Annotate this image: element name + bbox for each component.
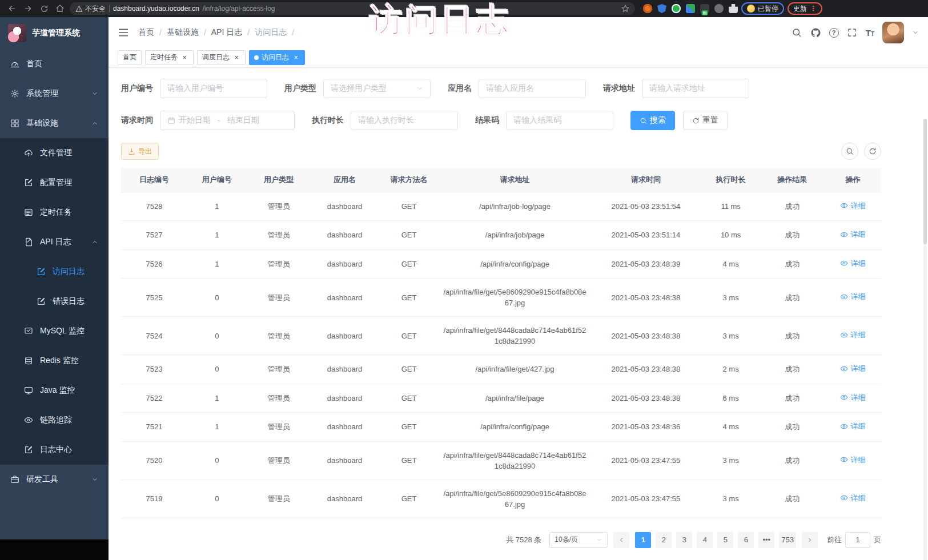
close-icon[interactable]: × xyxy=(292,54,300,62)
fullscreen-icon[interactable] xyxy=(847,27,858,38)
refresh-icon xyxy=(869,147,877,155)
user-id-input[interactable]: 请输入用户编号 xyxy=(160,79,267,98)
sidebar-item-log-center[interactable]: 日志中心 xyxy=(0,435,109,465)
duration-input[interactable]: 请输入执行时长 xyxy=(351,111,458,130)
page-button[interactable]: 1 xyxy=(635,532,651,548)
toggle-search-button[interactable] xyxy=(841,143,858,160)
scrollbar[interactable] xyxy=(923,119,927,560)
prev-page-button[interactable] xyxy=(613,532,629,548)
paused-label: 已暂停 xyxy=(758,4,778,14)
reload-icon[interactable] xyxy=(38,2,50,15)
detail-link[interactable]: 详细 xyxy=(840,200,865,211)
sidebar-item-api-log[interactable]: API 日志 xyxy=(0,227,109,257)
tab[interactable]: 定时任务 × xyxy=(145,50,194,65)
sidebar-item-infra[interactable]: 基础设施 xyxy=(0,108,109,138)
forward-icon[interactable] xyxy=(22,2,34,15)
extension-icon-misc[interactable] xyxy=(714,4,724,13)
chevron-down-icon xyxy=(416,85,423,92)
sidebar-item-config-manage[interactable]: 配置管理 xyxy=(0,168,109,198)
request-url-input[interactable]: 请输入请求地址 xyxy=(642,79,749,98)
request-time-range-picker[interactable]: 开始日期 - 结束日期 xyxy=(160,111,295,130)
page-button[interactable]: 4 xyxy=(697,532,713,548)
sidebar-item-redis-monitor[interactable]: Redis 监控 xyxy=(0,346,109,376)
page-button[interactable]: 6 xyxy=(738,532,754,548)
breadcrumb-item[interactable]: 首页 xyxy=(138,27,154,38)
cell-app-name: dashboard xyxy=(311,384,379,413)
page-button[interactable]: 753 xyxy=(779,532,796,548)
scrollbar-thumb[interactable] xyxy=(923,119,927,244)
database-icon xyxy=(24,356,33,365)
extension-icon-orange[interactable] xyxy=(643,4,652,13)
detail-link[interactable]: 详细 xyxy=(840,493,865,503)
browser-update-button[interactable]: 更新 ⋮ xyxy=(788,2,822,15)
browser-menu-icon[interactable]: ⋮ xyxy=(810,5,817,13)
tab[interactable]: 首页 × xyxy=(118,50,142,65)
cell-duration: 6 ms xyxy=(702,384,760,413)
export-button[interactable]: 导出 xyxy=(121,143,159,160)
detail-link[interactable]: 详细 xyxy=(840,258,865,269)
result-code-input[interactable]: 请输入结果码 xyxy=(506,111,613,130)
sidebar-item-access-log[interactable]: 访问日志 xyxy=(0,257,109,287)
detail-link[interactable]: 详细 xyxy=(840,421,865,432)
detail-link[interactable]: 详细 xyxy=(840,229,865,240)
breadcrumb-item[interactable]: 访问日志 xyxy=(255,27,287,38)
breadcrumb-item[interactable]: 基础设施 xyxy=(167,27,199,38)
reset-button[interactable]: 重置 xyxy=(683,111,728,130)
font-size-icon[interactable]: TT xyxy=(866,28,874,38)
detail-link[interactable]: 详细 xyxy=(840,329,865,340)
sidebar-item-java-monitor[interactable]: Java 监控 xyxy=(0,376,109,405)
detail-link[interactable]: 详细 xyxy=(840,454,865,465)
home-icon[interactable] xyxy=(54,2,66,15)
page-size-select[interactable]: 10条/页 xyxy=(549,532,608,548)
hamburger-icon[interactable] xyxy=(118,27,129,38)
page-button[interactable]: ••• xyxy=(758,532,774,548)
jump-page-input[interactable] xyxy=(845,532,870,548)
user-avatar[interactable] xyxy=(882,22,904,43)
cell-request-time: 2021-05-03 23:48:39 xyxy=(590,249,701,279)
bookmark-star-icon[interactable] xyxy=(621,5,629,13)
tab[interactable]: 访问日志 × xyxy=(249,50,305,65)
back-icon[interactable] xyxy=(6,2,18,15)
close-icon[interactable]: × xyxy=(232,54,240,62)
page-button[interactable]: 3 xyxy=(676,532,692,548)
sidebar-item-trace[interactable]: 链路追踪 xyxy=(0,405,109,435)
detail-link[interactable]: 详细 xyxy=(840,392,865,403)
profile-paused-pill[interactable]: 已暂停 xyxy=(741,2,784,15)
page-button[interactable]: 2 xyxy=(656,532,672,548)
sidebar-item-file-manage[interactable]: 文件管理 xyxy=(0,138,109,168)
close-icon[interactable]: × xyxy=(180,54,188,62)
extension-icon-shield[interactable] xyxy=(657,4,666,13)
sidebar-item-scheduled-job[interactable]: 定时任务 xyxy=(0,198,109,227)
detail-link[interactable]: 详细 xyxy=(840,291,865,302)
sidebar-item-error-log[interactable]: 错误日志 xyxy=(0,287,109,316)
cell-user-type: 管理员 xyxy=(246,279,311,317)
extension-icon-grid[interactable] xyxy=(686,4,695,13)
sidebar-item-mysql-monitor[interactable]: MySQL 监控 xyxy=(0,316,109,346)
extension-icon-green[interactable] xyxy=(672,4,681,13)
url-path: /infra/log/api-access-log xyxy=(203,5,275,13)
column-header: 请求方法名 xyxy=(378,168,440,192)
tab[interactable]: 调度日志 × xyxy=(197,50,246,65)
sidebar-item-system[interactable]: 系统管理 xyxy=(0,79,109,108)
cell-app-name: dashboard xyxy=(311,221,379,250)
page-button[interactable]: 5 xyxy=(717,532,733,548)
cell-actions: 详细 xyxy=(825,355,881,384)
help-icon[interactable]: ? xyxy=(829,28,839,38)
chevron-down-icon[interactable] xyxy=(912,29,919,36)
search-button[interactable]: 搜索 xyxy=(630,111,675,130)
detail-link[interactable]: 详细 xyxy=(840,363,865,374)
user-type-select[interactable]: 请选择用户类型 xyxy=(323,79,431,98)
sidebar-item-home[interactable]: 首页 xyxy=(0,49,109,79)
url-bar[interactable]: 不安全 dashboard.yudao.iocoder.cn/infra/log… xyxy=(70,2,635,15)
sidebar-item-dev-tools[interactable]: 研发工具 xyxy=(0,465,109,494)
search-icon[interactable] xyxy=(792,27,802,38)
extensions-puzzle-icon[interactable] xyxy=(729,4,738,13)
cell-app-name: dashboard xyxy=(311,249,379,279)
github-icon[interactable] xyxy=(810,27,821,38)
breadcrumb-item[interactable]: API 日志 xyxy=(211,27,242,38)
extension-icon-translate[interactable]: 翻 xyxy=(700,4,709,13)
next-page-button[interactable] xyxy=(802,532,818,548)
app-name-input[interactable]: 请输入应用名 xyxy=(479,79,586,98)
result-code-label: 结果码 xyxy=(475,115,499,126)
refresh-table-button[interactable] xyxy=(864,143,881,160)
